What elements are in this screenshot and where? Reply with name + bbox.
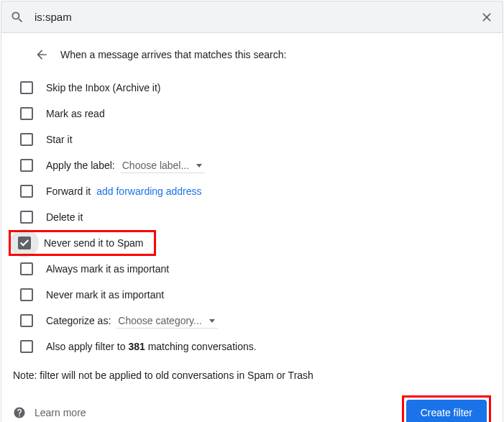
- note-text: Note: filter will not be applied to old …: [13, 370, 491, 381]
- search-icon: [10, 10, 24, 24]
- option-categorize: Categorize as: Choose category...: [13, 308, 491, 334]
- checkbox-forward-it[interactable]: [20, 185, 33, 198]
- checkbox-categorize[interactable]: [20, 314, 33, 327]
- checkbox-apply-label[interactable]: [20, 159, 33, 172]
- checkbox-always-important[interactable]: [20, 262, 33, 275]
- label-apply-label: Apply the label:: [46, 160, 115, 171]
- option-never-important: Never mark it as important: [13, 282, 491, 308]
- label-star-it: Star it: [46, 134, 73, 145]
- header-title: When a message arrives that matches this…: [60, 49, 286, 60]
- filter-body: When a message arrives that matches this…: [1, 33, 503, 422]
- search-bar: [1, 1, 503, 33]
- search-input[interactable]: [24, 11, 480, 23]
- checkbox-skip-inbox[interactable]: [20, 81, 33, 94]
- label-categorize: Categorize as:: [46, 315, 111, 326]
- checkbox-also-apply[interactable]: [20, 340, 33, 353]
- option-skip-inbox: Skip the Inbox (Archive it): [13, 75, 491, 101]
- label-forward-it: Forward it: [46, 185, 91, 197]
- label-never-spam: Never send it to Spam: [44, 237, 144, 249]
- back-arrow-icon[interactable]: [35, 47, 49, 62]
- option-delete-it: Delete it: [13, 204, 491, 230]
- checkbox-never-spam[interactable]: [18, 237, 31, 249]
- label-also-apply: Also apply filter to 381 matching conver…: [46, 341, 257, 352]
- close-icon[interactable]: [480, 10, 494, 24]
- option-star-it: Star it: [13, 127, 491, 152]
- label-never-important: Never mark it as important: [46, 289, 164, 301]
- help-icon[interactable]: [13, 406, 26, 419]
- option-always-important: Always mark it as important: [13, 256, 491, 282]
- checkbox-never-important[interactable]: [20, 288, 33, 301]
- checkbox-star-it[interactable]: [20, 133, 33, 146]
- option-also-apply: Also apply filter to 381 matching conver…: [13, 334, 491, 359]
- options-list: Skip the Inbox (Archive it) Mark as read…: [13, 75, 491, 359]
- highlight-create-filter: Create filter: [402, 395, 491, 422]
- option-apply-label: Apply the label: Choose label...: [13, 152, 491, 178]
- filter-panel: When a message arrives that matches this…: [1, 1, 503, 422]
- footer-left: Learn more: [13, 406, 86, 419]
- label-mark-read: Mark as read: [46, 108, 105, 119]
- create-filter-button[interactable]: Create filter: [406, 400, 487, 422]
- learn-more-link[interactable]: Learn more: [35, 407, 86, 418]
- option-mark-read: Mark as read: [13, 101, 491, 127]
- link-add-forwarding-address[interactable]: add forwarding address: [96, 185, 201, 197]
- dropdown-choose-category[interactable]: Choose category...: [116, 313, 217, 329]
- label-delete-it: Delete it: [46, 211, 83, 223]
- checkbox-delete-it[interactable]: [20, 211, 33, 224]
- option-never-spam: Never send it to Spam: [13, 230, 491, 256]
- dropdown-choose-label[interactable]: Choose label...: [121, 158, 205, 173]
- highlight-never-spam: Never send it to Spam: [9, 230, 156, 256]
- label-skip-inbox: Skip the Inbox (Archive it): [46, 82, 161, 93]
- checkbox-mark-read[interactable]: [20, 107, 33, 120]
- option-forward-it: Forward it add forwarding address: [13, 178, 491, 204]
- label-always-important: Always mark it as important: [46, 263, 169, 275]
- header-row: When a message arrives that matches this…: [13, 47, 491, 62]
- footer: Learn more Create filter: [13, 395, 491, 422]
